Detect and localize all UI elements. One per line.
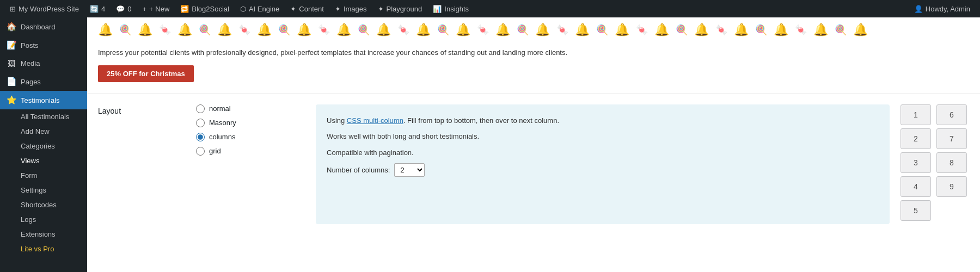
bell-icon-16: 🔔 xyxy=(694,23,709,37)
bell-icon-14: 🔔 xyxy=(615,23,629,37)
updates-count: 4 xyxy=(101,5,105,13)
radio-normal-input[interactable] xyxy=(196,104,205,113)
wp-icon: ⊞ xyxy=(10,5,16,13)
num-columns-select[interactable]: 1 2 3 4 5 6 xyxy=(394,163,425,177)
bell-icon: 🔔 xyxy=(98,23,113,37)
layout-options: normal Masonry columns grid xyxy=(196,104,305,224)
sidebar-item-dashboard[interactable]: 🏠 Dashboard xyxy=(0,17,87,36)
all-testimonials-label: All Testimonials xyxy=(21,113,69,121)
sidebar-item-extensions[interactable]: Extensions xyxy=(0,227,87,242)
adminbar-site[interactable]: ⊞ My WordPress Site xyxy=(4,0,84,17)
layout-info-line3: Compatible with pagination. xyxy=(327,147,879,158)
radio-columns[interactable]: columns xyxy=(196,133,305,141)
sidebar-item-media[interactable]: 🖼 Media xyxy=(0,54,87,72)
col-num-7-button[interactable]: 7 xyxy=(936,128,967,149)
blog2social-icon: 🔁 xyxy=(180,5,189,13)
sidebar-item-lite-vs-pro[interactable]: Lite vs Pro xyxy=(0,242,87,256)
adminbar-new[interactable]: + + New xyxy=(137,0,175,17)
adminbar-playground[interactable]: ✦ Playground xyxy=(372,0,428,17)
layout-right-panel: 1 6 2 7 3 8 4 9 5 xyxy=(901,104,969,224)
radio-grid[interactable]: grid xyxy=(196,147,305,156)
adminbar-images[interactable]: ✦ Images xyxy=(329,0,372,17)
adminbar-updates[interactable]: 🔄 4 xyxy=(84,0,111,17)
media-icon: 🖼 xyxy=(7,59,16,68)
radio-masonry-input[interactable] xyxy=(196,119,205,127)
radio-grid-input[interactable] xyxy=(196,147,205,156)
sidebar-item-logs[interactable]: Logs xyxy=(0,212,87,227)
user-avatar: 👤 xyxy=(914,5,923,13)
sidebar-item-all-testimonials[interactable]: All Testimonials xyxy=(0,109,87,124)
updates-icon: 🔄 xyxy=(90,5,99,13)
sidebar-item-form[interactable]: Form xyxy=(0,168,87,183)
num-columns-row: Number of columns: 1 2 3 4 5 6 xyxy=(327,163,879,177)
bell-icon-9: 🔔 xyxy=(416,23,431,37)
bell-icon-10: 🔔 xyxy=(456,23,470,37)
sidebar-item-testimonials[interactable]: ⭐ Testimonials xyxy=(0,91,87,109)
sidebar-item-views[interactable]: Views xyxy=(0,153,87,168)
candy-icon-4: 🍬 xyxy=(238,24,250,36)
col-num-1-button[interactable]: 1 xyxy=(901,104,931,125)
candy-icon-9: 🍭 xyxy=(437,24,449,36)
content-label: Content xyxy=(299,5,324,13)
layout-label: Layout xyxy=(98,104,196,224)
sidebar-item-pages[interactable]: 📄 Pages xyxy=(0,72,87,91)
candy-icon-10: 🍬 xyxy=(477,24,489,36)
adminbar-insights[interactable]: 📊 Insights xyxy=(427,0,474,17)
playground-icon: ✦ xyxy=(378,5,384,13)
extensions-label: Extensions xyxy=(21,230,56,238)
ai-engine-label: AI Engine xyxy=(249,5,279,13)
adminbar-user[interactable]: 👤 Howdy, Admin xyxy=(909,0,976,17)
sidebar-item-add-new[interactable]: Add New xyxy=(0,124,87,139)
col-num-9-button[interactable]: 9 xyxy=(936,176,967,197)
christmas-banner: 🔔 🍭 🔔 🍬 🔔 🍭 🔔 🍬 🔔 🍭 🔔 🍬 🔔 🍭 🔔 🍬 🔔 🍭 🔔 xyxy=(87,17,980,94)
sidebar: 🏠 Dashboard 📝 Posts 🖼 Media 📄 Pages ⭐ Te… xyxy=(0,17,87,272)
sidebar-item-posts[interactable]: 📝 Posts xyxy=(0,36,87,54)
adminbar-blog2social[interactable]: 🔁 Blog2Social xyxy=(175,0,235,17)
candy-icon-14: 🍬 xyxy=(636,24,648,36)
insights-icon: 📊 xyxy=(433,5,442,13)
col-num-2-button[interactable]: 2 xyxy=(901,128,931,149)
shortcodes-label: Shortcodes xyxy=(21,201,57,209)
bell-icon-11: 🔔 xyxy=(495,23,510,37)
radio-columns-label: columns xyxy=(209,133,235,141)
adminbar-ai-engine[interactable]: ⬡ AI Engine xyxy=(235,0,285,17)
candy-icon-17: 🍭 xyxy=(755,24,767,36)
admin-bar: ⊞ My WordPress Site 🔄 4 💬 0 + + New 🔁 Bl… xyxy=(0,0,980,17)
banner-description: Impress your potential clients with prof… xyxy=(98,47,969,59)
col-num-4-button[interactable]: 4 xyxy=(901,176,931,197)
sidebar-item-shortcodes[interactable]: Shortcodes xyxy=(0,197,87,212)
adminbar-comments[interactable]: 💬 0 xyxy=(111,0,137,17)
sidebar-item-settings[interactable]: Settings xyxy=(0,183,87,197)
radio-normal-label: normal xyxy=(209,104,231,113)
dashboard-icon: 🏠 xyxy=(7,22,16,32)
sidebar-item-categories[interactable]: Categories xyxy=(0,139,87,153)
bell-icon-3: 🔔 xyxy=(177,23,192,37)
radio-masonry[interactable]: Masonry xyxy=(196,119,305,127)
pages-icon: 📄 xyxy=(7,77,16,86)
col-num-5-button[interactable]: 5 xyxy=(901,200,931,221)
col-num-6-button[interactable]: 6 xyxy=(936,104,967,125)
radio-normal[interactable]: normal xyxy=(196,104,305,113)
settings-label: Settings xyxy=(21,186,46,194)
adminbar-content[interactable]: ✦ Content xyxy=(285,0,329,17)
num-columns-label: Number of columns: xyxy=(327,166,390,174)
christmas-cta-button[interactable]: 25% OFF for Christmas xyxy=(98,65,194,82)
layout-info-line1: Using CSS multi-column. Fill from top to… xyxy=(327,115,879,126)
col-num-8-button[interactable]: 8 xyxy=(936,152,967,173)
css-multi-column-link[interactable]: CSS multi-column xyxy=(347,116,403,125)
playground-label: Playground xyxy=(387,5,422,13)
columns-grid: 1 6 2 7 3 8 4 9 5 xyxy=(901,104,969,221)
layout-section: Layout normal Masonry columns grid Using… xyxy=(87,94,980,235)
images-label: Images xyxy=(344,5,367,13)
col-num-3-button[interactable]: 3 xyxy=(901,152,931,173)
bell-icon-5: 🔔 xyxy=(257,23,272,37)
decoration-strip: 🔔 🍭 🔔 🍬 🔔 🍭 🔔 🍬 🔔 🍭 🔔 🍬 🔔 🍭 🔔 🍬 🔔 🍭 🔔 xyxy=(98,23,969,37)
candy-icon-13: 🍭 xyxy=(596,24,608,36)
bell-icon-8: 🔔 xyxy=(376,23,391,37)
comments-icon: 💬 xyxy=(116,5,125,13)
plus-icon: + xyxy=(142,5,146,13)
new-label: + New xyxy=(149,5,169,13)
layout-info-text1: . Fill from top to bottom, then over to … xyxy=(403,116,559,125)
testimonials-label: Testimonials xyxy=(21,96,60,104)
radio-columns-input[interactable] xyxy=(196,133,205,141)
